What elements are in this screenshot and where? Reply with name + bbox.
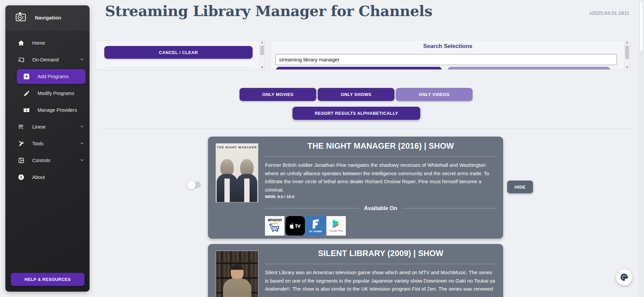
scroll-up-icon[interactable]: ∧ — [626, 41, 628, 44]
sidebar-item-home[interactable]: Home — [5, 35, 90, 51]
sidebar-item-label: Controls — [32, 158, 50, 163]
sidebar-item-modify-programs[interactable]: Modify Programs — [5, 85, 90, 102]
sidebar-item-linear[interactable]: Linear — [5, 118, 90, 135]
hide-button[interactable]: HIDE — [507, 181, 533, 193]
sidebar-item-label: Modify Programs — [38, 91, 74, 96]
search-panel-buttons-cutoff — [275, 67, 617, 70]
search-panel-title: Search Selections — [271, 43, 625, 50]
chevron-down-icon — [80, 141, 84, 146]
result-description: Silent Library was an American televisio… — [265, 268, 496, 293]
playlist-icon — [17, 123, 25, 131]
result-card: THE NIGHT MANAGER THE NIGHT MANAGER (201… — [208, 137, 503, 239]
apple-logo-glyph — [289, 223, 294, 229]
sidebar-item-controls[interactable]: Controls — [5, 152, 90, 169]
page-title: Streaming Library Manager for Channels — [105, 3, 432, 19]
panel-divider — [104, 67, 255, 68]
available-on-label: Available On — [364, 205, 397, 211]
result-title: SILENT LIBRARY (2009) | SHOW — [265, 249, 496, 258]
provider-fandango-at-home-icon[interactable]: AT HOME — [306, 216, 325, 236]
chevron-down-icon — [80, 124, 84, 130]
only-movies-button[interactable]: ONLY MOVIES — [239, 88, 316, 101]
poster-figure — [223, 279, 251, 297]
provider-apple-tv-icon[interactable]: tv — [285, 216, 305, 236]
sidebar-item-about[interactable]: About — [5, 169, 90, 186]
page-scrollbar[interactable] — [639, 0, 644, 297]
only-shows-button[interactable]: ONLY SHOWS — [318, 88, 394, 101]
scrollbar-thumb[interactable] — [260, 46, 264, 55]
search-panel-scrollbar[interactable]: ∧ ∨ — [624, 40, 630, 69]
content-divider — [100, 128, 632, 129]
card-divider — [265, 156, 496, 157]
sidebar-item-add-programs[interactable]: Add Programs — [17, 69, 86, 84]
cart-glyph — [269, 224, 280, 232]
scroll-up-icon[interactable]: ∧ — [261, 41, 263, 44]
sidebar-header: Navigation — [5, 5, 90, 30]
search-panel: Search Selections ∧ ∨ — [270, 40, 630, 70]
secondary-button-partial[interactable] — [448, 67, 610, 70]
result-toggle-switch[interactable] — [188, 182, 201, 188]
poster-figure — [236, 159, 257, 202]
sidebar-nav-list: Home On-Demand Add Programs Modify Pr — [5, 30, 90, 186]
help-resources-button[interactable]: HELP & RESOURCES — [11, 273, 85, 286]
play-triangle-glyph — [332, 219, 340, 228]
palette-icon — [620, 273, 629, 282]
result-card: SILENT LIBRARY SILENT LIBRARY (2009) | S… — [208, 244, 503, 297]
page-scrollbar-thumb[interactable] — [640, 1, 643, 51]
selections-panel-scrollbar[interactable]: ∧ ∨ — [259, 40, 265, 69]
result-description: Former British soldier Jonathan Pine nav… — [265, 161, 496, 194]
pencil-icon — [23, 90, 30, 97]
fandango-f-glyph — [312, 219, 320, 229]
provider-google-play-icon[interactable]: Google Play — [326, 216, 346, 236]
info-icon — [17, 174, 25, 181]
controls-icon — [17, 157, 25, 164]
sidebar-item-tools[interactable]: Tools — [5, 135, 90, 152]
imdb-rating: IMDB: 8.0 / 10.0 — [265, 195, 496, 199]
filter-button-row: ONLY MOVIES ONLY SHOWS ONLY VIDEOS — [239, 88, 473, 101]
provider-icon-row: amazon tv AT HOME — [265, 216, 496, 236]
sidebar-item-label: On-Demand — [32, 57, 59, 62]
available-on-row: Available On — [265, 205, 496, 211]
poster-title-text: THE NIGHT MANAGER — [216, 144, 258, 149]
card-divider — [265, 264, 496, 264]
resort-alphabetically-button[interactable]: RESORT RESULTS ALPHABETICALLY — [292, 107, 420, 120]
toggle-knob[interactable] — [187, 181, 196, 189]
search-button-partial[interactable] — [276, 67, 442, 70]
video-plus-icon — [23, 106, 30, 114]
retro-tv-icon — [15, 12, 27, 23]
search-input[interactable] — [275, 54, 617, 65]
cast-icon — [17, 56, 25, 63]
home-icon — [17, 39, 25, 47]
scroll-down-icon[interactable]: ∨ — [261, 65, 263, 69]
sidebar-item-label: Manage Providers — [38, 107, 77, 113]
sidebar-title: Navigation — [35, 15, 61, 20]
chevron-down-icon — [80, 57, 84, 62]
version-label: v2025.04.01.1611 — [589, 10, 629, 16]
sidebar: Navigation Home On-Demand Add Progr — [5, 5, 90, 292]
sidebar-item-label: Home — [32, 40, 45, 46]
poster-night-manager: THE NIGHT MANAGER — [216, 143, 258, 202]
only-videos-button[interactable]: ONLY VIDEOS — [396, 88, 473, 101]
sidebar-item-label: About — [32, 175, 45, 180]
sidebar-item-on-demand[interactable]: On-Demand — [5, 51, 90, 68]
scroll-down-icon[interactable]: ∨ — [626, 65, 628, 69]
tools-icon — [17, 140, 25, 147]
sidebar-item-manage-providers[interactable]: Manage Providers — [5, 102, 90, 118]
provider-amazon-icon[interactable]: amazon — [265, 216, 284, 236]
sidebar-item-label: Tools — [32, 141, 44, 146]
theme-palette-button[interactable] — [616, 269, 632, 285]
cancel-clear-button[interactable]: CANCEL / CLEAR — [104, 46, 253, 59]
poster-figure — [217, 159, 237, 202]
result-title: THE NIGHT MANAGER (2016) | SHOW — [265, 141, 496, 151]
plus-box-icon — [23, 73, 30, 80]
scrollbar-thumb[interactable] — [625, 46, 629, 59]
sidebar-item-label: Linear — [32, 124, 46, 130]
selections-panel: CANCEL / CLEAR ∧ ∨ — [96, 40, 265, 70]
poster-silent-library: SILENT LIBRARY — [216, 251, 258, 297]
poster-figure — [231, 264, 244, 281]
sidebar-item-label: Add Programs — [38, 74, 69, 79]
chevron-down-icon — [80, 158, 84, 163]
